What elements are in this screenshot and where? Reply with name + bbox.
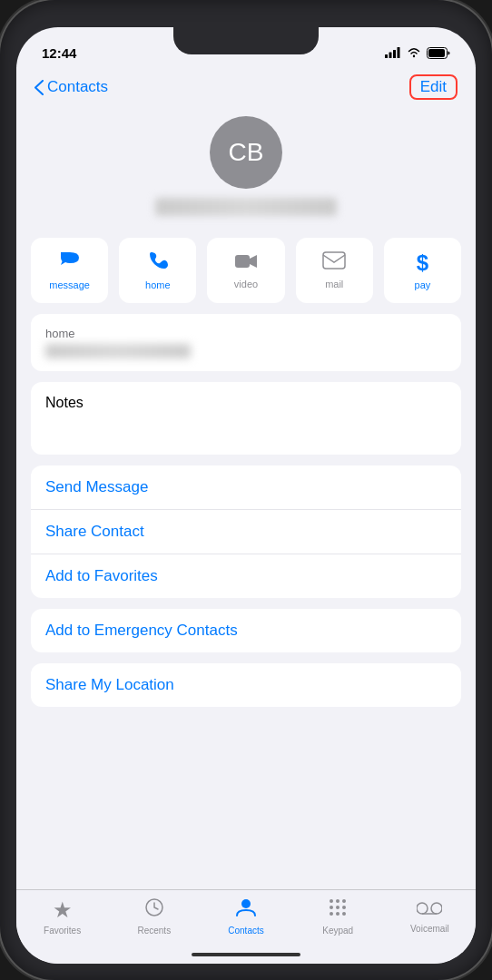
signal-icon <box>385 47 401 58</box>
action-buttons: message home <box>16 238 476 314</box>
svg-point-20 <box>417 903 428 914</box>
voicemail-icon <box>417 897 442 921</box>
share-contact-item[interactable]: Share Contact <box>31 510 461 554</box>
svg-rect-6 <box>428 49 445 57</box>
notes-section: Notes <box>31 382 461 455</box>
phone-icon <box>148 250 168 276</box>
svg-point-18 <box>336 912 339 916</box>
svg-rect-2 <box>393 50 396 58</box>
tab-favorites[interactable]: ★ Favorites <box>16 897 108 936</box>
svg-point-11 <box>330 899 333 903</box>
action-list-2: Add to Emergency Contacts <box>31 609 461 652</box>
contacts-label: Contacts <box>228 926 263 936</box>
recents-icon <box>144 897 164 923</box>
add-favorites-item[interactable]: Add to Favorites <box>31 554 461 598</box>
svg-point-13 <box>342 899 346 903</box>
svg-rect-3 <box>398 47 400 58</box>
svg-rect-7 <box>235 255 250 268</box>
tab-contacts[interactable]: Contacts <box>200 897 291 936</box>
contacts-icon <box>235 897 257 923</box>
svg-point-4 <box>413 55 415 57</box>
pay-label: pay <box>415 279 431 290</box>
action-list-1: Send Message Share Contact Add to Favori… <box>31 466 461 598</box>
status-time: 12:44 <box>42 45 76 61</box>
send-message-item[interactable]: Send Message <box>31 466 461 510</box>
recents-label: Recents <box>137 926 171 936</box>
svg-point-16 <box>342 906 346 909</box>
video-label: video <box>234 279 258 289</box>
svg-rect-1 <box>389 53 392 59</box>
svg-rect-8 <box>323 252 345 269</box>
battery-icon <box>427 47 450 59</box>
svg-point-14 <box>330 906 333 909</box>
nav-back-button[interactable]: Contacts <box>34 78 108 96</box>
nav-back-label: Contacts <box>47 78 108 96</box>
home-call-label: home <box>145 279 171 290</box>
home-info-section: home <box>31 314 461 371</box>
message-icon <box>59 250 81 276</box>
wifi-icon <box>407 47 421 58</box>
message-label: message <box>49 279 90 290</box>
contact-name-blurred <box>155 198 337 216</box>
pay-icon: $ <box>417 250 428 276</box>
home-field-label: home <box>45 327 447 340</box>
action-btn-video[interactable]: video <box>207 238 284 303</box>
favorites-icon: ★ <box>53 897 73 923</box>
tab-recents[interactable]: Recents <box>108 897 200 936</box>
action-list-3: Share My Location <box>31 663 461 707</box>
keypad-icon <box>328 897 348 923</box>
voicemail-label: Voicemail <box>410 924 449 934</box>
svg-rect-0 <box>385 54 388 58</box>
tab-keypad[interactable]: Keypad <box>292 897 384 936</box>
notes-label: Notes <box>45 395 447 411</box>
keypad-label: Keypad <box>322 926 353 936</box>
scroll-content[interactable]: CB message <box>16 107 476 882</box>
svg-point-10 <box>241 899 251 908</box>
phone-frame: 12:44 <box>0 0 492 980</box>
favorites-label: Favorites <box>44 926 81 936</box>
contact-header: CB <box>16 107 476 238</box>
action-btn-home[interactable]: home <box>119 238 196 303</box>
video-icon <box>234 251 258 275</box>
edit-button[interactable]: Edit <box>409 74 458 100</box>
mail-icon <box>322 251 346 275</box>
chevron-left-icon <box>34 80 44 95</box>
phone-screen: 12:44 <box>16 27 476 964</box>
avatar: CB <box>210 116 282 189</box>
share-location-item[interactable]: Share My Location <box>31 663 461 707</box>
action-btn-mail[interactable]: mail <box>296 238 373 303</box>
notch <box>173 27 319 54</box>
status-icons <box>385 47 450 59</box>
svg-point-15 <box>336 906 339 909</box>
svg-point-17 <box>330 912 333 916</box>
action-btn-pay[interactable]: $ pay <box>384 238 461 303</box>
add-emergency-item[interactable]: Add to Emergency Contacts <box>31 609 461 652</box>
svg-point-21 <box>431 903 442 914</box>
mail-label: mail <box>325 279 343 289</box>
phone-number-blurred <box>45 344 191 358</box>
action-btn-message[interactable]: message <box>31 238 108 303</box>
svg-point-12 <box>336 899 339 903</box>
nav-bar: Contacts Edit <box>16 67 476 107</box>
home-indicator <box>192 953 300 956</box>
svg-point-19 <box>342 912 346 916</box>
tab-voicemail[interactable]: Voicemail <box>384 897 476 934</box>
